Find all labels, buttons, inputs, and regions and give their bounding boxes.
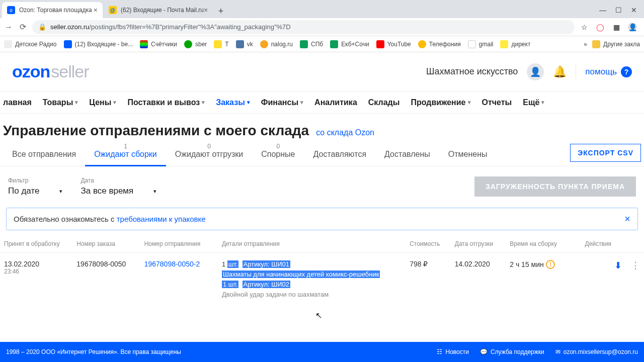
chevron-down-icon: ▾ [113, 99, 116, 106]
bookmark-item[interactable]: Т [214, 40, 228, 48]
tab-title: Ozon: Торговая площадка [19, 7, 92, 14]
th-time: Время на сборку [510, 240, 585, 247]
url-input[interactable]: 🔒 seller.ozon.ru/postings/fbs?filter=%7B… [32, 20, 575, 34]
cell-details: 1 шт. Артикул: ШИ01 Шахматы для начинающ… [222, 260, 410, 298]
star-icon[interactable]: ☆ [580, 23, 589, 32]
page-header: ozonseller Шахматное искусство 👤 🔔 помощ… [0, 52, 644, 92]
chevron-down-icon: ▾ [300, 99, 303, 106]
user-avatar[interactable]: 👤 [527, 63, 544, 80]
table-header: Принят в обработку Номер заказа Номер от… [0, 234, 644, 253]
logo[interactable]: ozonseller [12, 62, 89, 81]
filter-by: Фильтр По дате▾ [8, 177, 62, 197]
minimize-icon[interactable]: — [599, 6, 606, 14]
tab-title: (62) Входящие - Почта Mail.ru [121, 7, 204, 14]
browser-tab[interactable]: @ (62) Входящие - Почта Mail.ru × [104, 2, 213, 18]
filter-select[interactable]: По дате▾ [8, 186, 62, 197]
th-details: Детали отправления [222, 240, 410, 247]
chevron-down-icon: ▾ [153, 188, 156, 195]
footer-news[interactable]: ☷Новости [437, 348, 468, 355]
cell-shipment-link[interactable]: 19678098-0050-2 [144, 260, 222, 268]
bookmarks-folder[interactable]: Другие закла [592, 40, 640, 48]
main-nav: лавная Товары▾ Цены▾ Поставки и вывоз▾ З… [0, 92, 644, 114]
opera-icon[interactable]: ◯ [596, 23, 605, 32]
close-window-icon[interactable]: ✕ [631, 6, 637, 14]
bookmark-item[interactable]: gmail [468, 40, 494, 48]
packaging-notice: Обязательно ознакомьтесь с требованиями … [6, 208, 638, 230]
forward-icon[interactable]: → [4, 23, 13, 32]
reload-icon[interactable]: ⟳ [18, 22, 27, 32]
page-title-row: Управление отправлениями с моего склада … [0, 114, 644, 144]
bookmark-item[interactable]: Детское Радио [4, 40, 57, 48]
bookmark-item[interactable]: Телефония [418, 40, 461, 48]
chevron-down-icon: ▾ [247, 99, 250, 106]
bookmark-item[interactable]: sber [184, 40, 207, 48]
th-actions: Действия [585, 240, 640, 247]
nav-finance[interactable]: Финансы▾ [261, 98, 303, 107]
new-tab-button[interactable]: + [214, 4, 228, 18]
news-icon: ☷ [437, 348, 442, 355]
close-icon[interactable]: × [204, 6, 208, 14]
lock-icon: 🔒 [38, 23, 46, 31]
nav-products[interactable]: Товары▾ [43, 98, 78, 107]
tab-delivered[interactable]: Доставлены [375, 144, 439, 166]
bell-icon[interactable]: 🔔 [553, 65, 567, 78]
help-link[interactable]: помощь? [585, 66, 632, 77]
cell-shipdate: 14.02.2020 [455, 260, 510, 268]
chevron-down-icon: ▾ [75, 99, 78, 106]
pickup-load-button[interactable]: ЗАГРУЖЕННОСТЬ ПУНКТА ПРИЕМА [474, 176, 636, 197]
browser-tab-active[interactable]: o Ozon: Торговая площадка × [2, 2, 103, 18]
cell-order: 19678098-0050 [76, 260, 144, 268]
browser-tab-strip: o Ozon: Торговая площадка × @ (62) Входя… [0, 0, 644, 18]
profile-avatar[interactable]: 👤 [628, 23, 637, 32]
bookmark-item[interactable]: vk [236, 40, 253, 48]
nav-reports[interactable]: Отчеты [482, 98, 512, 107]
export-csv-button[interactable]: ЭКСПОРТ CSV [570, 144, 641, 162]
extension-icon[interactable]: ▦ [612, 23, 621, 32]
bookmark-item[interactable]: директ [500, 40, 530, 48]
tab-all[interactable]: Все отправления [3, 144, 85, 166]
nav-main[interactable]: лавная [3, 98, 32, 107]
bookmark-item[interactable]: nalog.ru [260, 40, 293, 48]
more-icon[interactable]: ⋮ [631, 260, 640, 271]
url-domain: seller.ozon.ru [50, 23, 89, 31]
nav-prices[interactable]: Цены▾ [89, 98, 116, 107]
tab-delivering[interactable]: Доставляются [304, 144, 376, 166]
nav-promo[interactable]: Продвижение▾ [411, 98, 470, 107]
close-icon[interactable]: × [94, 6, 98, 14]
nav-warehouses[interactable]: Склады [368, 98, 400, 107]
nav-more[interactable]: Ещё▾ [523, 98, 544, 107]
cell-cost: 798 ₽ [410, 260, 455, 268]
bookmark-item[interactable]: (12) Входящие - be... [64, 40, 133, 48]
close-icon[interactable]: × [624, 213, 630, 225]
nav-orders[interactable]: Заказы▾ [216, 98, 250, 107]
bookmark-item[interactable]: СПб [300, 40, 323, 48]
th-accepted: Принят в обработку [4, 240, 76, 247]
maximize-icon[interactable]: ☐ [615, 6, 622, 14]
separator [576, 65, 576, 79]
page-footer: 1998 – 2020 ООО «Интернет Решения». Все … [0, 342, 644, 362]
notice-text: Обязательно ознакомьтесь с требованиями … [14, 215, 206, 223]
bookmark-item[interactable]: Екб+Сочи [330, 40, 369, 48]
tab-cancelled[interactable]: Отменены [439, 144, 497, 166]
footer-email[interactable]: ✉ozon.mixsellersup@ozon.ru [555, 348, 638, 355]
chevron-down-icon: ▾ [202, 99, 205, 106]
title-link[interactable]: со склада Ozon [316, 128, 374, 137]
tab-awaiting-packaging[interactable]: 1Ожидают сборки [85, 144, 166, 166]
notice-link[interactable]: требованиями к упаковке [117, 215, 206, 223]
bookmark-item[interactable]: YouTube [376, 40, 411, 48]
nav-analytics[interactable]: Аналитика [314, 98, 357, 107]
th-shipment: Номер отправления [144, 240, 222, 247]
bookmarks-overflow[interactable]: » [584, 41, 587, 48]
favicon-ozon: o [7, 6, 15, 14]
download-icon[interactable]: ⬇ [614, 260, 622, 271]
date-select[interactable]: За все время▾ [80, 186, 156, 197]
help-icon: ? [621, 66, 632, 77]
chevron-down-icon: ▾ [541, 99, 544, 106]
tab-disputed[interactable]: 0Спорные [252, 144, 304, 166]
nav-supply[interactable]: Поставки и вывоз▾ [127, 98, 205, 107]
chat-icon: 💬 [480, 348, 488, 355]
th-order: Номер заказа [76, 240, 144, 247]
footer-support[interactable]: 💬Служба поддержки [480, 348, 544, 355]
tab-awaiting-shipment[interactable]: 0Ожидают отгрузки [166, 144, 252, 166]
bookmark-item[interactable]: Счётчики [140, 40, 177, 48]
